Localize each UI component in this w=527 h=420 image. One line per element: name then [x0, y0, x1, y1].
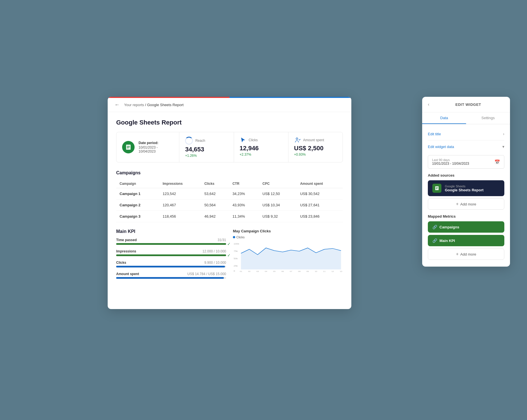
cell-amount: US$ 30,542 [297, 188, 343, 200]
added-sources-title: Added sources [428, 173, 504, 177]
kpi-item: Amount spent US$ 14.784 / US$ 15.000 [116, 272, 226, 279]
reach-stat-cell: Reach 34,653 +1.26% [179, 132, 234, 162]
kpi-item: Clicks 9.900 / 10.000 [116, 261, 226, 267]
report-title: Google Sheets Report [116, 119, 343, 126]
add-source-button[interactable]: + Add more [428, 198, 504, 210]
tab-data[interactable]: Data [422, 112, 466, 124]
kpi-item-label: Clicks [116, 261, 126, 265]
reach-label: Reach [195, 139, 205, 143]
col-clicks: Clicks [201, 179, 229, 188]
svg-text:100k: 100k [234, 243, 240, 245]
cell-ctr: 34,23% [229, 188, 259, 200]
svg-rect-11 [436, 187, 438, 188]
chart-legend: Clicks [233, 235, 343, 239]
date-picker-text: Last 90 days 10/01/2023 - 10/04/2023 [432, 158, 469, 166]
col-amount: Amount spent [297, 179, 343, 188]
col-impressions: Impressions [159, 179, 201, 188]
mapped-metrics-title: Mapped Metrics [428, 214, 504, 218]
breadcrumb-parent[interactable]: Your reports [124, 103, 144, 107]
edit-widget-data-label: Edit widget data [428, 145, 454, 149]
svg-point-4 [296, 138, 298, 140]
kpi-bar-fill [116, 266, 225, 267]
chart-x-label: 05 [273, 271, 276, 272]
chart-x-label: 08 [298, 271, 301, 272]
chart-x-label: 10 [315, 271, 317, 272]
kpi-bar-bg: ✓ [116, 243, 226, 245]
date-picker-button[interactable]: Last 90 days 10/01/2023 - 10/04/2023 📅 [428, 155, 504, 169]
chart-section: May Campaign Clicks Clicks 100k 75k 50k … [233, 229, 343, 283]
chart-x-label: 06 [281, 271, 284, 272]
campaigns-title: Campaigns [116, 170, 343, 175]
metric-kpi-button[interactable]: 🔗 Main KPI [428, 235, 504, 246]
edit-title-row[interactable]: Edit title › [428, 129, 504, 139]
date-range-label: Last 90 days [432, 158, 469, 162]
cell-clicks: 53,642 [201, 188, 229, 200]
date-range-value: 10/01/2023 - 10/04/2023 [432, 162, 469, 166]
table-row: Campaign 2 120,467 50,564 43,93% US$ 10,… [116, 200, 343, 211]
svg-text:50k: 50k [234, 258, 238, 260]
edit-panel: ‹ EDIT WIDGET Data Settings Edit title ›… [422, 97, 510, 267]
bottom-section: Main KPI Time passed 31/31 ✓ Impressions… [116, 229, 343, 283]
kpi-item-label: Time passed [116, 238, 137, 242]
reach-spin-icon [185, 137, 193, 145]
cell-impressions: 123,542 [159, 188, 201, 200]
add-source-plus-icon: + [456, 202, 458, 207]
breadcrumb: Your reports / Google Sheets Report [124, 103, 184, 107]
kpi-bar-bg [116, 266, 226, 267]
svg-text:75k: 75k [234, 250, 238, 252]
amount-label: Amount spent [303, 138, 324, 142]
add-metric-button[interactable]: + Add more [428, 248, 504, 260]
panel-title: EDIT WIDGET [432, 102, 504, 107]
clicks-stat-cell: Clicks 12,946 +2.37% [234, 132, 288, 162]
table-row: Campaign 3 118,456 46,942 11,34% US$ 9,3… [116, 211, 343, 222]
chart-legend-label: Clicks [236, 235, 245, 239]
cell-amount: US$ 27,641 [297, 200, 343, 211]
date-stat-cell: Date period: 10/01/2023 - 10/04/2023 [116, 132, 179, 162]
svg-rect-2 [127, 147, 130, 147]
link-icon-campaigns: 🔗 [432, 225, 437, 229]
chart-x-label: 04 [265, 271, 267, 272]
metric-campaigns-button[interactable]: 🔗 Campaigns [428, 221, 504, 233]
panel-header: ‹ EDIT WIDGET [422, 97, 510, 112]
cell-clicks: 50,564 [201, 200, 229, 211]
col-ctr: CTR [229, 179, 259, 188]
source-item[interactable]: Google Sheets Google Sheets Report [428, 180, 504, 196]
source-name: Google Sheets Report [445, 188, 484, 192]
kpi-item-value: 9.900 / 10.000 [204, 261, 226, 265]
report-content: Google Sheets Report Date period: [108, 112, 351, 290]
add-source-label: Add more [460, 202, 476, 206]
kpi-item: Time passed 31/31 ✓ [116, 238, 226, 245]
source-info: Google Sheets Google Sheets Report [445, 185, 484, 192]
panel-back-button[interactable]: ‹ [428, 102, 429, 107]
panel-tabs: Data Settings [422, 112, 510, 124]
breadcrumb-current: Google Sheets Report [147, 103, 184, 107]
kpi-bar-bg [116, 277, 226, 279]
amount-value: US$ 2,500 [294, 145, 337, 152]
cell-impressions: 118,456 [159, 211, 201, 222]
date-period-value: 10/01/2023 - 10/04/2023 [139, 145, 173, 153]
edit-widget-data-row[interactable]: Edit widget data ▾ [428, 142, 504, 152]
campaigns-table: Campaign Impressions Clicks CTR CPC Amou… [116, 179, 343, 222]
panel-body: Edit title › Edit widget data ▾ Last 90 … [422, 124, 510, 267]
add-metric-plus-icon: + [456, 252, 458, 257]
cell-impressions: 120,467 [159, 200, 201, 211]
kpi-item-value: 12.000 / 10.000 [203, 249, 226, 253]
cell-ctr: 43,93% [229, 200, 259, 211]
reach-change: +1.26% [185, 154, 228, 158]
cell-ctr: 11,34% [229, 211, 259, 222]
source-type: Google Sheets [445, 185, 484, 188]
kpi-check-icon: ✓ [227, 242, 231, 246]
chart-x-label: 12 [332, 271, 334, 272]
tab-settings[interactable]: Settings [466, 112, 510, 124]
chart-legend-dot [233, 236, 235, 238]
chart-x-label: 02 [248, 271, 251, 272]
chart-area: 100k 75k 50k 25k 0 010203040506070809101… [233, 241, 343, 272]
edit-widget-data-arrow: ▾ [502, 144, 504, 149]
back-button[interactable]: ← [114, 102, 120, 108]
kpi-item: Impressions 12.000 / 10.000 ✓ [116, 249, 226, 256]
chart-x-label: 11 [323, 271, 326, 272]
table-row: Campaign 1 123,542 53,642 34,23% US$ 12,… [116, 188, 343, 200]
svg-rect-1 [127, 146, 130, 147]
source-icon [432, 184, 441, 193]
link-icon-kpi: 🔗 [432, 238, 437, 243]
